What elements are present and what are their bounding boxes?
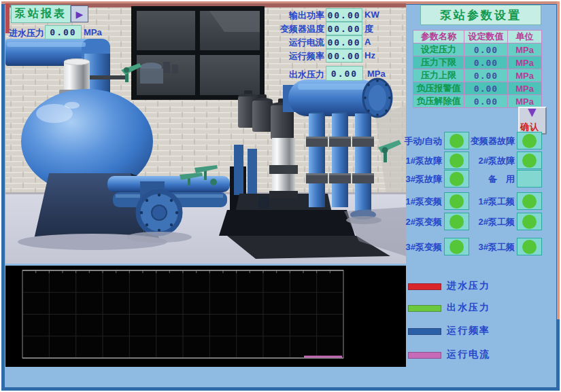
- legend-swatch-inlet: [408, 283, 441, 290]
- vacuum-release-input[interactable]: 0.00: [464, 95, 508, 108]
- spare-label: 备 用: [466, 173, 515, 185]
- inverter-temp-value: 00.00: [326, 22, 362, 35]
- pump1-fault-led: [449, 154, 464, 168]
- vfd-fault-led: [522, 134, 537, 148]
- pump3-vfd-indicator: [444, 238, 469, 255]
- discharge-header: [283, 79, 392, 117]
- pump3-fault-led: [449, 172, 464, 186]
- pump3-mains-indicator: [517, 238, 542, 255]
- legend-label-outlet: 出水压力: [447, 302, 490, 314]
- run-frequency-unit: Hz: [364, 50, 375, 60]
- vfd-fault-label: 变频器故障: [466, 135, 515, 147]
- manual-auto-label: 手动/自动: [393, 135, 442, 147]
- legend-swatch-current: [408, 352, 441, 359]
- pump3-vfd-led: [449, 240, 464, 254]
- pump3-fault-indicator: [444, 170, 469, 188]
- settings-row-low-limit: 压力下限 0.00 MPa: [413, 56, 542, 69]
- output-power-value: 00.00: [326, 8, 362, 22]
- pump1-vfd-label: 1#泵变频: [393, 196, 442, 208]
- vfd-fault-indicator: [517, 132, 542, 149]
- high-limit-input[interactable]: 0.00: [464, 69, 508, 82]
- pump1-mains-label: 1#泵工频: [466, 196, 515, 208]
- run-current-value: 00.00: [326, 35, 362, 49]
- settings-table-header: 参数名称 设定数值 单位: [413, 31, 542, 43]
- settings-row-set-pressure: 设定压力 0.00 MPa: [413, 43, 542, 56]
- legend-swatch-outlet: [408, 305, 441, 312]
- report-button-label: 泵站报表: [15, 7, 67, 21]
- manual-auto-indicator[interactable]: [444, 132, 469, 149]
- right-bezel-strip: [557, 1, 560, 319]
- pump2-mains-label: 2#泵工频: [466, 216, 515, 228]
- window: [131, 6, 265, 100]
- run-current-label: 运行电流: [270, 37, 324, 49]
- run-frequency-label: 运行频率: [270, 50, 324, 63]
- spare-indicator: [517, 170, 542, 188]
- pump2-vfd-label: 2#泵变频: [393, 216, 442, 228]
- trend-chart: [5, 266, 406, 367]
- settings-row-vacuum-alarm: 负压报警值 0.00 MPa: [413, 82, 542, 95]
- inlet-pressure-unit: MPa: [84, 27, 102, 37]
- manual-auto-led: [449, 134, 464, 148]
- pump3-mains-label: 3#泵工频: [466, 241, 515, 253]
- run-frequency-value: 00.00: [326, 49, 362, 63]
- pump2-vfd-indicator: [444, 213, 469, 230]
- outlet-pressure-label: 出水压力: [270, 69, 324, 81]
- set-pressure-input[interactable]: 0.00: [464, 43, 508, 56]
- inverter-temp-unit: 度: [364, 23, 373, 35]
- legend-label-frequency: 运行频率: [447, 325, 490, 337]
- pump1-vfd-indicator: [444, 192, 469, 210]
- pump1-mains-led: [522, 194, 537, 209]
- low-limit-input[interactable]: 0.00: [464, 56, 508, 69]
- settings-table: 参数名称 设定数值 单位 设定压力 0.00 MPa 压力下限 0.00 MPa…: [413, 30, 542, 108]
- report-button[interactable]: 泵站报表: [11, 5, 71, 23]
- report-open-button[interactable]: ▶: [71, 5, 88, 22]
- pump2-mains-led: [522, 215, 537, 229]
- inlet-pressure-label: 进水压力: [9, 27, 44, 39]
- play-icon: ▶: [76, 10, 84, 19]
- legend-label-inlet: 进水压力: [447, 280, 490, 292]
- outlet-pressure-value: 0.00: [326, 66, 363, 81]
- output-power-unit: KW: [364, 10, 379, 20]
- settings-panel-title: 泵站参数设置: [420, 5, 541, 25]
- vacuum-alarm-input[interactable]: 0.00: [464, 82, 508, 95]
- pump1-fault-label: 1#泵故障: [393, 155, 442, 167]
- pump2-fault-indicator: [517, 152, 542, 169]
- pump2-mains-indicator: [517, 213, 542, 230]
- settings-row-vacuum-release: 负压解除值 0.00 MPa: [413, 95, 542, 108]
- run-current-unit: A: [364, 37, 371, 47]
- pump1-fault-indicator: [444, 152, 469, 169]
- pump3-fault-label: 3#泵故障: [393, 173, 442, 185]
- outlet-pressure-unit: MPa: [367, 69, 386, 79]
- pump3-vfd-label: 3#泵变频: [393, 241, 442, 253]
- inlet-pressure-value: 0.00: [45, 25, 82, 39]
- legend-label-current: 运行电流: [447, 349, 490, 361]
- confirm-button[interactable]: ▼ 确认: [518, 107, 547, 135]
- pump3-mains-led: [522, 240, 537, 254]
- legend-swatch-frequency: [408, 328, 441, 335]
- settings-row-high-limit: 压力上限 0.00 MPa: [413, 69, 542, 82]
- pump2-fault-label: 2#泵故障: [466, 155, 515, 167]
- pump-station-hmi-screen: 泵站报表 ▶ 进水压力 0.00 MPa 输出功率 00.00 KW 变频器温度…: [0, 0, 561, 392]
- triangle-down-icon: ▼: [525, 104, 539, 120]
- pump2-fault-led: [522, 154, 537, 168]
- pump1-mains-indicator: [517, 192, 542, 210]
- output-power-label: 输出功率: [270, 10, 324, 22]
- inverter-temp-label: 变频器温度: [270, 23, 324, 35]
- pump1-vfd-led: [449, 194, 464, 209]
- pump2-vfd-led: [449, 215, 464, 229]
